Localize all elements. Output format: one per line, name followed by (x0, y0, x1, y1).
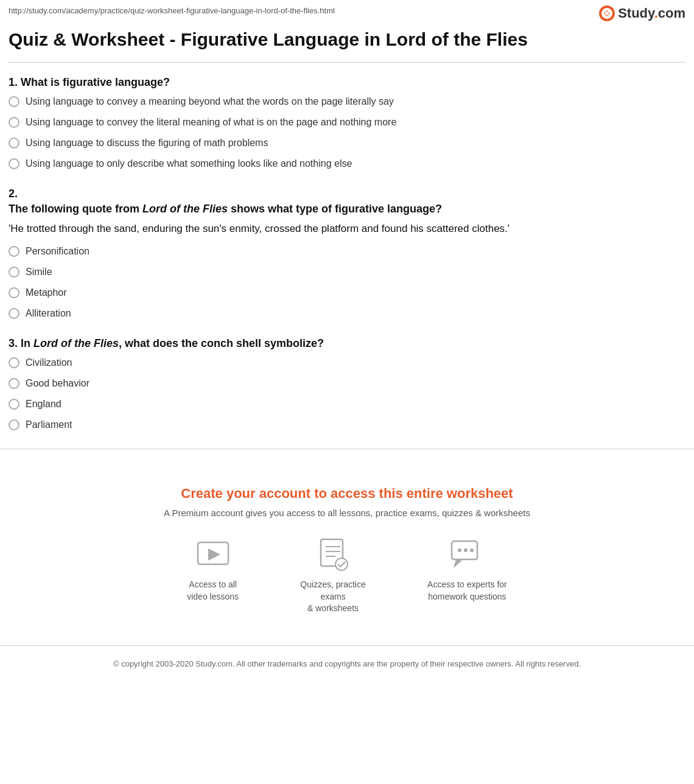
list-item[interactable]: Metaphor (9, 287, 685, 298)
radio-button[interactable] (9, 287, 19, 298)
option-label: Metaphor (26, 287, 67, 298)
cta-title: Create your account to access this entir… (9, 486, 685, 502)
question-3: 3. In Lord of the Flies, what does the c… (9, 337, 685, 430)
list-item[interactable]: Using language to only describe what som… (9, 158, 685, 169)
option-label: Civilization (26, 357, 72, 368)
feature-experts: Access to experts forhomework questions (427, 536, 507, 615)
cta-section: Create your account to access this entir… (0, 461, 694, 645)
radio-button[interactable] (9, 138, 19, 149)
svg-point-14 (470, 548, 474, 552)
feature-video-label: Access to allvideo lessons (187, 579, 239, 603)
option-label: Alliteration (26, 308, 71, 319)
svg-marker-11 (454, 559, 462, 568)
svg-marker-4 (208, 548, 220, 561)
radio-button[interactable] (9, 419, 19, 430)
quiz-icon (315, 536, 351, 573)
question-3-options: Civilization Good behavior England Parli… (9, 357, 685, 430)
feature-quiz: Quizzes, practice exams& worksheets (287, 536, 379, 615)
radio-button[interactable] (9, 378, 19, 389)
list-item[interactable]: Parliament (9, 419, 685, 430)
option-label: Good behavior (26, 378, 89, 389)
question-1: 1. What is figurative language? Using la… (9, 76, 685, 169)
radio-button[interactable] (9, 158, 19, 169)
copyright: © copyright 2003-2020 Study.com. All oth… (0, 645, 694, 682)
question-3-text: 3. In Lord of the Flies, what does the c… (9, 337, 685, 350)
option-label: Parliament (26, 419, 72, 430)
radio-button[interactable] (9, 96, 19, 107)
option-label: Using language to convey a meaning beyon… (26, 96, 394, 107)
radio-button[interactable] (9, 246, 19, 257)
question-2-quote: 'He trotted through the sand, enduring t… (9, 223, 685, 235)
radio-button[interactable] (9, 117, 19, 128)
feature-video: Access to allvideo lessons (187, 536, 239, 615)
svg-point-12 (458, 548, 461, 552)
list-item[interactable]: Good behavior (9, 378, 685, 389)
question-2-number: 2. (9, 187, 685, 200)
radio-button[interactable] (9, 308, 19, 319)
list-item[interactable]: Using language to convey a meaning beyon… (9, 96, 685, 107)
option-label: Personification (26, 246, 89, 257)
radio-button[interactable] (9, 357, 19, 368)
question-2: 2. The following quote from Lord of the … (9, 187, 685, 319)
list-item[interactable]: Civilization (9, 357, 685, 368)
title-divider (9, 62, 685, 63)
features-row: Access to allvideo lessons Quizzes, prac… (9, 536, 685, 615)
list-item[interactable]: England (9, 399, 685, 410)
list-item[interactable]: Using language to discuss the figuring o… (9, 138, 685, 149)
feature-experts-label: Access to experts forhomework questions (427, 579, 507, 603)
option-label: Using language to convey the literal mea… (26, 117, 396, 128)
cta-divider (0, 449, 694, 449)
option-label: Using language to only describe what som… (26, 158, 352, 169)
question-2-text: The following quote from Lord of the Fli… (9, 203, 685, 215)
list-item[interactable]: Personification (9, 246, 685, 257)
svg-point-13 (464, 548, 468, 552)
video-icon (195, 536, 231, 573)
list-item[interactable]: Alliteration (9, 308, 685, 319)
option-label: England (26, 399, 61, 410)
svg-point-2 (605, 12, 609, 15)
page-title: Quiz & Worksheet - Figurative Language i… (9, 27, 685, 51)
feature-quiz-label: Quizzes, practice exams& worksheets (287, 579, 379, 615)
list-item[interactable]: Using language to convey the literal mea… (9, 117, 685, 128)
question-2-options: Personification Simile Metaphor Allitera… (9, 246, 685, 319)
question-1-text: 1. What is figurative language? (9, 76, 685, 89)
question-1-options: Using language to convey a meaning beyon… (9, 96, 685, 169)
option-label: Simile (26, 267, 52, 278)
radio-button[interactable] (9, 267, 19, 278)
svg-point-9 (335, 558, 348, 570)
radio-button[interactable] (9, 399, 19, 410)
chat-icon (449, 536, 485, 573)
cta-subtitle: A Premium account gives you access to al… (9, 508, 685, 518)
option-label: Using language to discuss the figuring o… (26, 138, 268, 149)
url-bar: http://study.com/academy/practice/quiz-w… (0, 0, 694, 19)
list-item[interactable]: Simile (9, 267, 685, 278)
